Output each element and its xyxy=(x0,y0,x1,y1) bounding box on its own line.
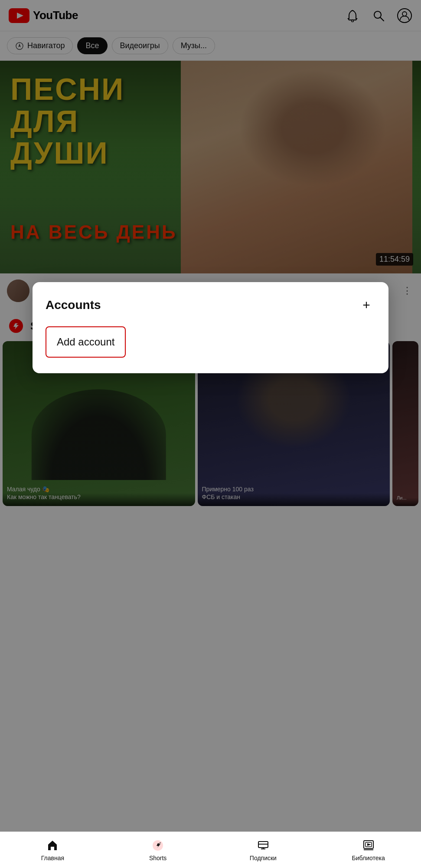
bottom-navigation: Главная Shorts Подписки xyxy=(0,832,421,868)
nav-library-label: Библиотека xyxy=(352,855,385,861)
modal-title: Accounts xyxy=(46,298,101,312)
nav-item-shorts[interactable]: Shorts xyxy=(105,832,211,868)
nav-home-label: Главная xyxy=(41,855,64,861)
modal-header: Accounts + xyxy=(46,296,375,314)
accounts-modal: Accounts + Add account xyxy=(33,282,388,373)
nav-item-subscriptions[interactable]: Подписки xyxy=(211,832,316,868)
nav-subscriptions-label: Подписки xyxy=(250,855,277,861)
home-icon xyxy=(46,839,59,852)
library-icon xyxy=(362,839,375,852)
subscriptions-icon xyxy=(257,839,270,852)
nav-shorts-label: Shorts xyxy=(149,855,166,861)
nav-item-home[interactable]: Главная xyxy=(0,832,105,868)
shorts-nav-icon xyxy=(151,839,164,852)
nav-item-library[interactable]: Библиотека xyxy=(316,832,421,868)
modal-add-icon[interactable]: + xyxy=(357,296,375,314)
overlay-dim[interactable] xyxy=(0,0,421,868)
svg-marker-15 xyxy=(367,843,371,846)
modal-add-icon-label: + xyxy=(362,298,370,312)
add-account-button[interactable]: Add account xyxy=(46,326,126,358)
